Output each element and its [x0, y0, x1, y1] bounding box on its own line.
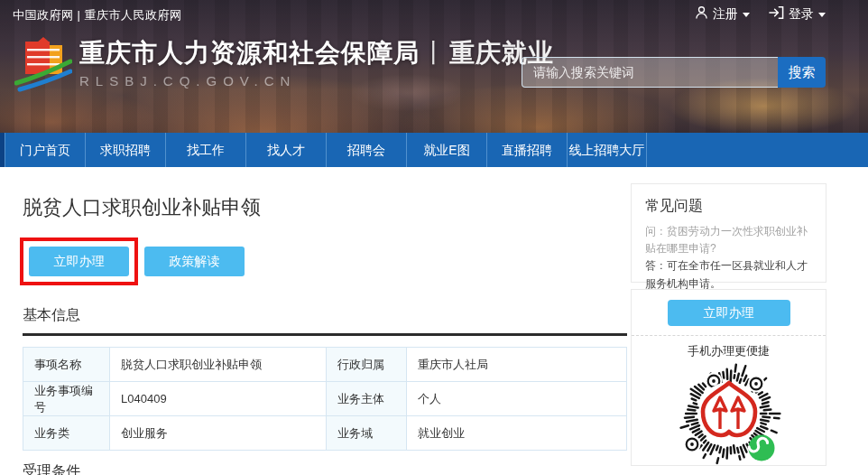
hero-banner: 中国政府网 | 重庆市人民政府网 注册 登录 — [0, 0, 868, 133]
cell-value: 就业创业 — [407, 416, 627, 451]
table-row: 业务类 创业服务 业务域 就业创业 — [23, 416, 627, 451]
nav-item-online-hall[interactable]: 线上招聘大厅 — [567, 133, 647, 167]
qr-center-logo — [699, 382, 759, 442]
policy-button[interactable]: 政策解读 — [144, 247, 245, 276]
cell-label: 业务事项编号 — [23, 382, 110, 416]
bureau-logo-icon — [14, 36, 72, 96]
register-button[interactable]: 注册 — [695, 5, 750, 23]
cell-label: 行政归属 — [327, 348, 407, 382]
nav-item-live[interactable]: 直播招聘 — [486, 133, 567, 167]
login-label: 登录 — [789, 6, 814, 23]
dashed-divider — [632, 335, 826, 336]
wechat-miniprogram-qr-code — [632, 360, 826, 470]
cell-value: 重庆市人社局 — [407, 348, 627, 382]
gov-portal-links[interactable]: 中国政府网 | 重庆市人民政府网 — [13, 7, 182, 23]
nav-item-emap[interactable]: 就业E图 — [406, 133, 486, 167]
chevron-down-icon — [818, 13, 826, 17]
user-icon — [695, 5, 708, 23]
nav-item-find-talent[interactable]: 找人才 — [245, 133, 326, 167]
cell-label: 事项名称 — [23, 348, 110, 382]
quick-apply-box: 立即办理 手机办理更便捷 — [631, 289, 826, 466]
action-button-row: 立即办理 政策解读 — [23, 238, 627, 285]
qr-miniprogram-badge — [748, 435, 774, 461]
main-content: 脱贫人口求职创业补贴申领 立即办理 政策解读 基本信息 事项名称 脱贫人口求职创… — [23, 167, 627, 475]
faq-box: 常见问题 问：贫困劳动力一次性求职创业补贴在哪里申请? 答：可在全市任一区县就业… — [631, 183, 826, 283]
faq-question: 问：贫困劳动力一次性求职创业补贴在哪里申请? — [645, 223, 812, 257]
faq-answer: 答：可在全市任一区县就业和人才服务机构申请。 — [645, 257, 812, 292]
faq-title: 常见问题 — [645, 197, 812, 216]
register-label: 注册 — [713, 6, 738, 23]
cell-label: 业务主体 — [327, 382, 407, 416]
site-domain-text: RLSBJ.CQ.GOV.CN — [79, 73, 554, 88]
search-button[interactable]: 搜索 — [778, 57, 826, 88]
nav-item-home[interactable]: 门户首页 — [5, 133, 85, 167]
cell-label: 业务域 — [327, 416, 407, 451]
login-icon — [769, 5, 784, 23]
account-area: 注册 登录 — [682, 5, 826, 23]
section-title-basic-info: 基本信息 — [23, 306, 627, 336]
sidebar-apply-button[interactable]: 立即办理 — [668, 300, 790, 326]
table-row: 事项名称 脱贫人口求职创业补贴申领 行政归属 重庆市人社局 — [23, 348, 627, 382]
basic-info-table: 事项名称 脱贫人口求职创业补贴申领 行政归属 重庆市人社局 业务事项编号 L04… — [23, 347, 627, 451]
annotation-red-box: 立即办理 — [20, 238, 138, 285]
site-brand: 重庆市人力资源和社会保障局丨重庆就业 RLSBJ.CQ.GOV.CN — [14, 36, 554, 96]
chevron-down-icon — [743, 13, 750, 17]
cell-value: 个人 — [407, 382, 627, 416]
search-input[interactable] — [522, 57, 778, 88]
page-title: 脱贫人口求职创业补贴申领 — [23, 196, 627, 219]
login-button[interactable]: 登录 — [769, 5, 826, 23]
site-search: 搜索 — [522, 57, 826, 88]
nav-item-find-work[interactable]: 找工作 — [165, 133, 245, 167]
nav-item-jobs[interactable]: 求职招聘 — [85, 133, 165, 167]
sidebar: 常见问题 问：贫困劳动力一次性求职创业补贴在哪里申请? 答：可在全市任一区县就业… — [631, 183, 826, 466]
table-row: 业务事项编号 L040409 业务主体 个人 — [23, 382, 627, 416]
nav-item-job-fair[interactable]: 招聘会 — [326, 133, 406, 167]
title-divider: 丨 — [420, 39, 449, 67]
cell-value: 脱贫人口求职创业补贴申领 — [110, 348, 327, 382]
main-nav: 门户首页 求职招聘 找工作 找人才 招聘会 就业E图 直播招聘 线上招聘大厅 — [0, 133, 868, 167]
section-title-acceptance: 受理条件 — [23, 462, 627, 475]
cell-value: 创业服务 — [110, 416, 327, 451]
mobile-tip-text: 手机办理更便捷 — [632, 343, 826, 359]
apply-now-button[interactable]: 立即办理 — [29, 247, 129, 276]
cell-value: L040409 — [110, 382, 327, 416]
site-title: 重庆市人力资源和社会保障局丨重庆就业 — [79, 36, 554, 70]
cell-label: 业务类 — [23, 416, 110, 451]
